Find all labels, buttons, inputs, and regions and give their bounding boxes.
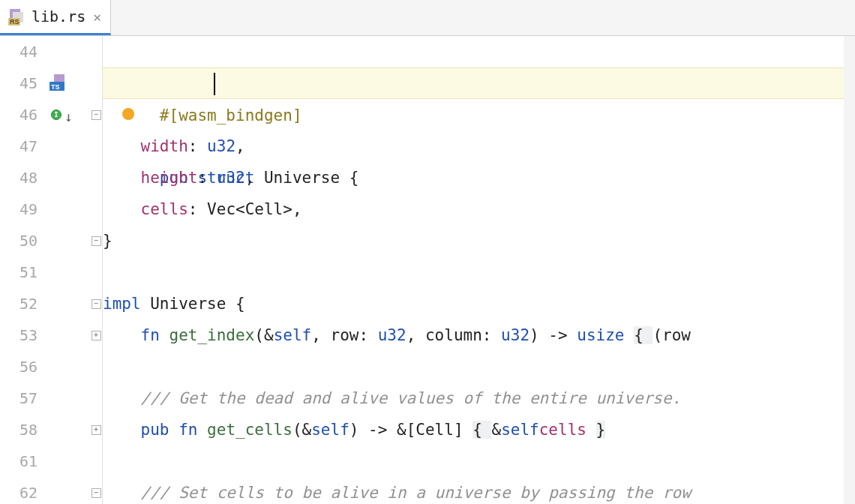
line-number: 45 — [0, 68, 38, 99]
code-line[interactable]: } — [103, 225, 855, 256]
token-field: cells — [141, 200, 188, 218]
line-number: 62 — [0, 477, 38, 504]
code-line[interactable] — [103, 351, 855, 382]
code-line[interactable]: impl Universe { — [103, 288, 855, 320]
token-field: cells — [539, 421, 586, 439]
line-number: 46 — [0, 99, 38, 130]
text-caret — [214, 73, 215, 95]
close-icon[interactable]: ✕ — [92, 9, 103, 25]
line-number-gutter: 44 45 46 47 48 49 50 51 52 53 56 57 58 6… — [0, 36, 45, 504]
tab-filename: lib.rs — [32, 8, 86, 26]
token-self: self — [501, 421, 539, 439]
line-number: 58 — [0, 414, 38, 446]
token-fn: get_cells — [207, 421, 292, 439]
gutter-markers: TS I ↓ — [45, 36, 90, 504]
fold-handle[interactable]: − — [92, 236, 101, 246]
code-line[interactable]: height: u32, — [103, 162, 855, 194]
breakpoint-indicator-icon[interactable] — [122, 108, 134, 120]
code-line[interactable]: pub struct Universe { — [103, 99, 855, 130]
vertical-scrollbar[interactable] — [844, 36, 855, 504]
rust-file-icon: RS — [8, 8, 26, 26]
code-line[interactable] — [103, 446, 855, 477]
file-tab[interactable]: RS lib.rs ✕ — [0, 0, 111, 35]
arrow-down-icon: ↓ — [64, 109, 73, 124]
token-self: self — [274, 326, 312, 344]
code-line[interactable]: /// Set cells to be alive in a universe … — [103, 477, 855, 504]
fold-handle[interactable]: + — [92, 331, 101, 340]
fold-handle[interactable]: + — [92, 425, 101, 435]
code-line[interactable]: /// Get the dead and alive values of the… — [103, 382, 855, 414]
tab-bar: RS lib.rs ✕ — [0, 0, 855, 36]
line-number: 57 — [0, 382, 38, 414]
line-number: 50 — [0, 225, 38, 256]
token-self: self — [311, 421, 350, 439]
line-number: 51 — [0, 256, 38, 288]
implementations-gutter-icon[interactable]: I — [51, 110, 62, 120]
code-line[interactable]: #[wasm_bindgen] — [103, 68, 855, 99]
token-keyword: pub — [141, 421, 179, 439]
typescript-usage-icon[interactable]: TS — [50, 74, 69, 92]
token-field: width — [141, 137, 188, 155]
line-number: 52 — [0, 288, 38, 320]
line-number: 44 — [0, 36, 38, 68]
fold-handle[interactable]: − — [92, 299, 101, 309]
code-line[interactable]: width: u32, — [103, 130, 855, 162]
token-field: height — [141, 169, 198, 187]
code-area[interactable]: #[wasm_bindgen] pub struct Universe { wi… — [103, 36, 855, 504]
fold-handle[interactable]: − — [92, 488, 101, 498]
fold-gutter: − − − + + − — [90, 36, 103, 504]
code-line[interactable]: fn get_index(&self, row: u32, column: u3… — [103, 320, 855, 351]
code-editor[interactable]: 44 45 46 47 48 49 50 51 52 53 56 57 58 6… — [0, 36, 855, 504]
code-line[interactable] — [103, 36, 855, 68]
line-number: 56 — [0, 351, 38, 382]
code-line[interactable] — [103, 256, 855, 288]
token-keyword: fn — [141, 326, 170, 344]
line-number: 53 — [0, 320, 38, 351]
line-number: 47 — [0, 130, 38, 162]
fold-handle[interactable]: − — [92, 110, 101, 120]
code-line[interactable]: cells: Vec<Cell>, — [103, 194, 855, 225]
svg-text:TS: TS — [51, 83, 60, 91]
token-type: u32 — [207, 137, 236, 155]
line-number: 49 — [0, 194, 38, 225]
token-type: u32 — [217, 169, 245, 187]
line-number: 48 — [0, 162, 38, 194]
token-keyword: fn — [178, 421, 207, 439]
token-comment: /// Get the dead and alive values of the… — [141, 389, 682, 407]
token-type: u32 — [378, 326, 406, 344]
token-fn: get_index — [170, 326, 255, 344]
token-keyword: impl — [103, 295, 150, 313]
line-number: 61 — [0, 446, 38, 477]
token-ident: Universe — [150, 295, 236, 313]
token-type: u32 — [501, 326, 530, 344]
svg-text:RS: RS — [10, 18, 20, 26]
code-line[interactable]: pub fn get_cells(&self) -> &[Cell] { &se… — [103, 414, 855, 446]
token-type: usize — [577, 326, 634, 344]
token-comment: /// Set cells to be alive in a universe … — [141, 484, 691, 502]
